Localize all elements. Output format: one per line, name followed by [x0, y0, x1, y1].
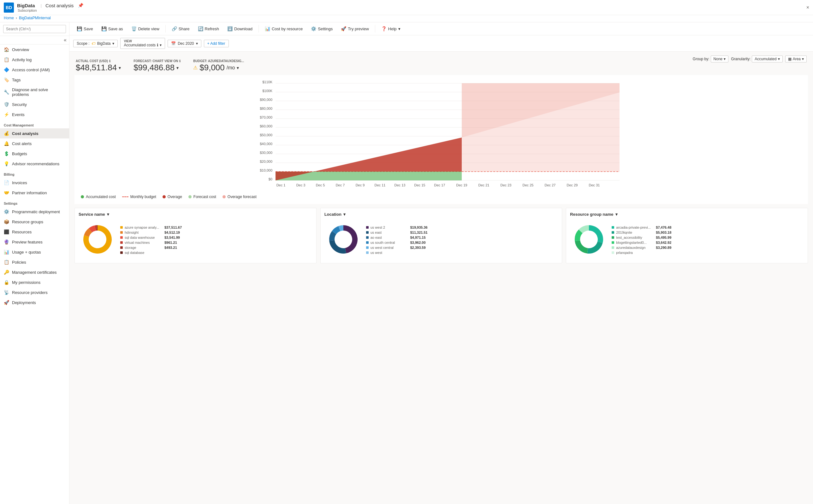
sidebar-item-resource-groups[interactable]: 📦Resource groups	[0, 217, 69, 227]
sidebar-item-cost-alerts[interactable]: 🔔Cost alerts	[0, 138, 69, 149]
save-as-button[interactable]: 💾 Save as	[98, 24, 127, 33]
area-dropdown[interactable]: ▦ Area ▾	[785, 56, 807, 62]
settings-button[interactable]: ⚙️ Settings	[307, 24, 336, 33]
toolbar-divider-1	[165, 25, 166, 32]
budget-value: ⚠ $9,000 /mo ▾	[193, 63, 244, 73]
share-icon: 🔗	[172, 26, 177, 31]
help-button[interactable]: ❓ Help ▾	[378, 24, 404, 33]
scope-value: BigData	[97, 41, 111, 46]
nav-icon-programmatic: ⚙️	[4, 209, 9, 214]
actual-cost-metric: ACTUAL COST (USD) ℹ $48,511.84 ▾	[76, 59, 121, 73]
forecast-label: FORECAST: CHART VIEW ON ℹ	[133, 59, 180, 63]
sidebar-item-events[interactable]: ⚡Events	[0, 109, 69, 120]
sidebar-item-invoices[interactable]: 📄Invoices	[0, 178, 69, 188]
sidebar-item-resources[interactable]: ⬛Resources	[0, 227, 69, 237]
chart-legend: Accumulated cost Monthly budget Overage …	[74, 192, 808, 202]
nav-icon-budgets: 💲	[4, 151, 9, 156]
help-icon: ❓	[381, 26, 386, 31]
sidebar-item-preview-features[interactable]: 🔮Preview features	[0, 237, 69, 247]
try-preview-button[interactable]: 🚀 Try preview	[337, 24, 372, 33]
sidebar-item-overview[interactable]: 🏠Overview	[0, 44, 69, 55]
close-button[interactable]: ×	[806, 5, 809, 10]
download-button[interactable]: ⬇️ Download	[224, 24, 256, 33]
donut-section: Service name▾azure synapse analy...$37,5…	[74, 208, 808, 263]
donut-legend-item-1-2: ao east$4,971.15	[366, 236, 558, 239]
nav-icon-advisor: 💡	[4, 161, 9, 166]
svg-text:$10,000: $10,000	[260, 168, 272, 172]
sidebar-item-usage-quotas[interactable]: 📊Usage + quotas	[0, 247, 69, 257]
donut-legend-item-0-3: virtual machines$961.21	[120, 241, 312, 244]
sidebar-item-security[interactable]: 🛡️Security	[0, 99, 69, 109]
breadcrumb-bigdata[interactable]: BigDataPMInternal	[19, 16, 51, 20]
sidebar-item-deployments[interactable]: 🚀Deployments	[0, 297, 69, 308]
sidebar-item-cost-analysis[interactable]: 💰Cost analysis	[0, 128, 69, 138]
sidebar-item-advisor[interactable]: 💡Advisor recommendations	[0, 159, 69, 169]
donut-legend-1: us west 2$19,935.36us east$11,321.51ao e…	[366, 226, 558, 255]
view-selector[interactable]: VIEW Accumulated costs ℹ ▾	[120, 38, 165, 49]
sidebar-item-partner-info[interactable]: 🤝Partner information	[0, 188, 69, 198]
info-icon-forecast[interactable]: ℹ	[179, 59, 180, 63]
svg-text:Dec 21: Dec 21	[479, 183, 490, 187]
sidebar-item-policies[interactable]: 📋Policies	[0, 257, 69, 267]
budget-metric: BUDGET: AZUREDATAUXDESIG... ⚠ $9,000 /mo…	[193, 59, 244, 73]
donut-row-1: us west 2$19,935.36us east$11,321.51ao e…	[324, 220, 558, 259]
sidebar-item-resource-providers[interactable]: 📡Resource providers	[0, 287, 69, 297]
scope-selector[interactable]: Scope : 🏷 BigData ▾	[73, 40, 118, 47]
sidebar-item-my-permissions[interactable]: 🔒My permissions	[0, 277, 69, 287]
legend-dot-accumulated	[81, 195, 84, 198]
nav-icon-resources: ⬛	[4, 229, 9, 234]
sidebar-item-budgets[interactable]: 💲Budgets	[0, 149, 69, 159]
nav-label-security: Security	[12, 102, 27, 107]
breadcrumb-home[interactable]: Home	[4, 16, 14, 20]
metrics-controls-row: ACTUAL COST (USD) ℹ $48,511.84 ▾ FORECAS…	[74, 56, 808, 75]
donut-legend-2: arcadia-private-previ...$7,476.482019iqn…	[612, 226, 804, 255]
date-value: Dec 2020	[178, 41, 194, 46]
delete-view-button[interactable]: 🗑️ Delete view	[128, 24, 163, 33]
legend-dot-forecast	[188, 195, 191, 198]
nav-label-invoices: Invoices	[12, 180, 27, 185]
nav-icon-cost-analysis: 💰	[4, 131, 9, 136]
sidebar-item-diagnose[interactable]: 🔧Diagnose and solve problems	[0, 85, 69, 99]
main-content: 💾 Save 💾 Save as 🗑️ Delete view 🔗 Share …	[69, 22, 813, 504]
sidebar-item-activity-log[interactable]: 📋Activity log	[0, 55, 69, 65]
nav-label-budgets: Budgets	[12, 151, 27, 156]
donut-header-2[interactable]: Resource group name▾	[570, 212, 804, 217]
share-button[interactable]: 🔗 Share	[168, 24, 193, 33]
page-subtitle: Cost analysis	[45, 3, 74, 8]
nav-label-policies: Policies	[12, 260, 26, 265]
sidebar-item-programmatic[interactable]: ⚙️Programmatic deployment	[0, 207, 69, 217]
add-filter-button[interactable]: + Add filter	[204, 40, 229, 47]
search-input[interactable]	[3, 25, 66, 33]
cost-by-resource-button[interactable]: 📊 Cost by resource	[261, 24, 306, 33]
donut-svg-1	[324, 220, 362, 258]
date-selector[interactable]: 📅 Dec 2020 ▾	[168, 40, 201, 47]
forecast-caret[interactable]: ▾	[176, 65, 179, 70]
collapse-sidebar-button[interactable]: «	[64, 37, 67, 43]
granularity-dropdown[interactable]: Accumulated ▾	[752, 56, 782, 62]
subscription-label: Subscription	[18, 9, 83, 12]
budget-caret[interactable]: ▾	[237, 65, 239, 70]
donut-header-0[interactable]: Service name▾	[79, 212, 312, 217]
svg-text:$100K: $100K	[262, 89, 272, 93]
sidebar-item-access-control[interactable]: 🔷Access control (IAM)	[0, 65, 69, 75]
nav-label-resource-providers: Resource providers	[12, 290, 48, 295]
view-prefix-label: VIEW	[124, 39, 162, 43]
info-icon-actual[interactable]: ℹ	[109, 59, 110, 63]
group-by-dropdown[interactable]: None ▾	[711, 56, 729, 62]
pin-icon[interactable]: 📌	[78, 3, 83, 8]
toolbar-divider-2	[258, 25, 259, 32]
svg-text:Dec 29: Dec 29	[567, 183, 578, 187]
add-filter-label: + Add filter	[207, 41, 225, 46]
sidebar-item-tags[interactable]: 🏷️Tags	[0, 75, 69, 85]
refresh-button[interactable]: 🔄 Refresh	[194, 24, 223, 33]
nav-label-resources: Resources	[12, 230, 32, 234]
donut-header-1[interactable]: Location▾	[324, 212, 558, 217]
save-button[interactable]: 💾 Save	[73, 24, 97, 33]
svg-text:Dec 3: Dec 3	[296, 183, 305, 187]
toolbar: 💾 Save 💾 Save as 🗑️ Delete view 🔗 Share …	[69, 22, 813, 35]
nav-icon-activity-log: 📋	[4, 57, 9, 62]
sidebar-item-mgmt-certs[interactable]: 🔑Management certificates	[0, 267, 69, 277]
nav-icon-mgmt-certs: 🔑	[4, 270, 9, 275]
actual-cost-caret[interactable]: ▾	[119, 65, 121, 70]
nav-icon-diagnose: 🔧	[4, 90, 9, 95]
